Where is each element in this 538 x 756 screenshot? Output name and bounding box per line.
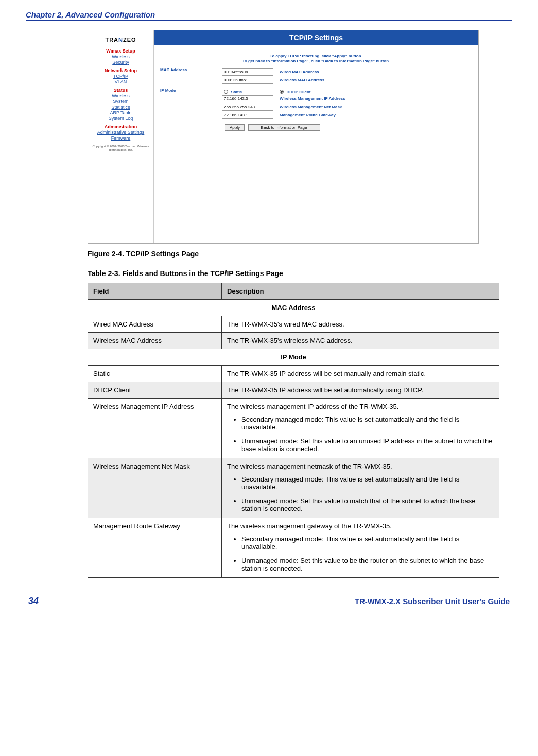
table-caption: Table 2-3. Fields and Buttons in the TCP…: [88, 269, 512, 278]
ip-mode-label: IP Mode: [160, 88, 222, 131]
bullet: Secondary managed mode: This value is se…: [241, 475, 494, 491]
figure-caption: Figure 2-4. TCP/IP Settings Page: [88, 250, 512, 258]
field-desc: The TR-WMX-35 IP address will be set man…: [222, 366, 499, 382]
field-desc: The TR-WMX-35's wireless MAC address.: [222, 333, 499, 349]
sidebar-link[interactable]: TCP/IP: [90, 74, 151, 79]
sidebar-link[interactable]: VLAN: [90, 79, 151, 84]
field-name: Wired MAC Address: [88, 316, 222, 333]
mac-input[interactable]: [222, 68, 273, 76]
table-row: StaticThe TR-WMX-35 IP address will be s…: [88, 366, 499, 382]
section-header: IP Mode: [88, 349, 499, 366]
table-row: Wired MAC AddressThe TR-WMX-35's wired M…: [88, 316, 499, 333]
bullet: Secondary managed mode: This value is se…: [241, 535, 494, 551]
mac-input[interactable]: [222, 77, 273, 84]
page-number: 34: [28, 596, 39, 607]
field-name: DHCP Client: [88, 382, 222, 399]
desc-text: The wireless management netmask of the T…: [227, 462, 494, 470]
footer: 34 TR-WMX-2.X Subscriber Unit User's Gui…: [26, 596, 512, 607]
sidebar-link[interactable]: Security: [90, 60, 151, 65]
field-desc: Wireless Management Net Mask: [280, 105, 342, 109]
instruction-line: To apply TCP/IP resetting, click "Apply"…: [160, 54, 472, 59]
apply-button[interactable]: Apply: [225, 124, 245, 131]
field-desc: The wireless management gateway of the T…: [222, 518, 499, 578]
desc-text: The wireless management IP address of th…: [227, 403, 494, 410]
field-name: Management Route Gateway: [88, 518, 222, 578]
sidebar-link[interactable]: Statistics: [90, 105, 151, 110]
sidebar-group-title: Administration: [90, 124, 151, 129]
panel-title: TCP/IP Settings: [154, 30, 478, 45]
logo-part: N: [118, 37, 123, 43]
dhcp-radio[interactable]: [280, 90, 284, 94]
col-field: Field: [88, 283, 222, 300]
static-label: Static: [231, 90, 242, 94]
fields-table: Field Description MAC AddressWired MAC A…: [88, 283, 499, 578]
bullet: Unmanaged mode: Set this value to match …: [241, 497, 494, 512]
bullet: Unmanaged mode: Set this value to be the…: [241, 557, 494, 572]
copyright: Copyright © 2007-2008 Tranzeo Wireless T…: [90, 145, 151, 152]
sidebar-group-title: Network Setup: [90, 68, 151, 73]
table-row: DHCP ClientThe TR-WMX-35 IP address will…: [88, 382, 499, 399]
ip-input[interactable]: [222, 112, 273, 119]
section-header: MAC Address: [88, 300, 499, 316]
field-desc: Wired MAC Address: [280, 70, 319, 74]
desc-text: The TR-WMX-35's wireless MAC address.: [227, 337, 494, 345]
desc-text: The wireless management gateway of the T…: [227, 522, 494, 530]
logo: TRANZEO: [90, 37, 151, 43]
sidebar-link[interactable]: ARP Table: [90, 110, 151, 115]
screenshot-sidebar: TRANZEO Wimax SetupWirelessSecurityNetwo…: [88, 30, 154, 243]
table-row: Wireless MAC AddressThe TR-WMX-35's wire…: [88, 333, 499, 349]
sidebar-group-title: Wimax Setup: [90, 48, 151, 54]
divider: [26, 20, 512, 21]
field-name: Wireless Management Net Mask: [88, 458, 222, 518]
field-desc: Wireless MAC Address: [280, 78, 324, 82]
desc-text: The TR-WMX-35 IP address will be set man…: [227, 370, 494, 377]
logo-part: TRA: [105, 37, 118, 43]
desc-text: The TR-WMX-35's wired MAC address.: [227, 320, 494, 328]
sidebar-link[interactable]: Administrative Settings: [90, 130, 151, 135]
sidebar-link[interactable]: Firmware: [90, 135, 151, 141]
field-desc: The wireless management IP address of th…: [222, 399, 499, 458]
chapter-title: Chapter 2, Advanced Configuration: [26, 10, 512, 19]
screenshot: TRANZEO Wimax SetupWirelessSecurityNetwo…: [88, 30, 479, 244]
sidebar-link[interactable]: Wireless: [90, 54, 151, 59]
logo-part: ZEO: [123, 37, 136, 43]
sidebar-link[interactable]: System: [90, 99, 151, 104]
sidebar-link[interactable]: System Log: [90, 116, 151, 121]
guide-title: TR-WMX-2.X Subscriber Unit User's Guide: [355, 597, 510, 606]
table-row: Wireless Management IP AddressThe wirele…: [88, 399, 499, 458]
static-radio[interactable]: [224, 90, 228, 94]
field-desc: Wireless Management IP Address: [280, 96, 345, 101]
sidebar-group-title: Status: [90, 88, 151, 93]
bullet: Unmanaged mode: Set this value to an unu…: [241, 437, 494, 453]
field-name: Static: [88, 366, 222, 382]
back-button[interactable]: Back to Information Page: [248, 124, 320, 131]
instruction-line: To get back to "Information Page", click…: [160, 59, 472, 64]
screenshot-main: TCP/IP Settings To apply TCP/IP resettin…: [154, 30, 478, 243]
field-desc: The TR-WMX-35 IP address will be set aut…: [222, 382, 499, 399]
bullet: Secondary managed mode: This value is se…: [241, 416, 494, 431]
dhcp-label: DHCP Client: [287, 90, 311, 94]
table-row: Management Route GatewayThe wireless man…: [88, 518, 499, 578]
ip-input[interactable]: [222, 104, 273, 111]
instructions: To apply TCP/IP resetting, click "Apply"…: [160, 54, 472, 64]
ip-input[interactable]: [222, 95, 273, 102]
field-desc: The wireless management netmask of the T…: [222, 458, 499, 518]
col-desc: Description: [222, 283, 499, 300]
field-name: Wireless Management IP Address: [88, 399, 222, 458]
sidebar-link[interactable]: Wireless: [90, 93, 151, 98]
field-desc: The TR-WMX-35's wired MAC address.: [222, 316, 499, 333]
desc-text: The TR-WMX-35 IP address will be set aut…: [227, 386, 494, 394]
field-name: Wireless MAC Address: [88, 333, 222, 349]
field-desc: Management Route Gateway: [280, 113, 336, 117]
table-row: Wireless Management Net MaskThe wireless…: [88, 458, 499, 518]
mac-address-label: MAC Address: [160, 67, 222, 85]
